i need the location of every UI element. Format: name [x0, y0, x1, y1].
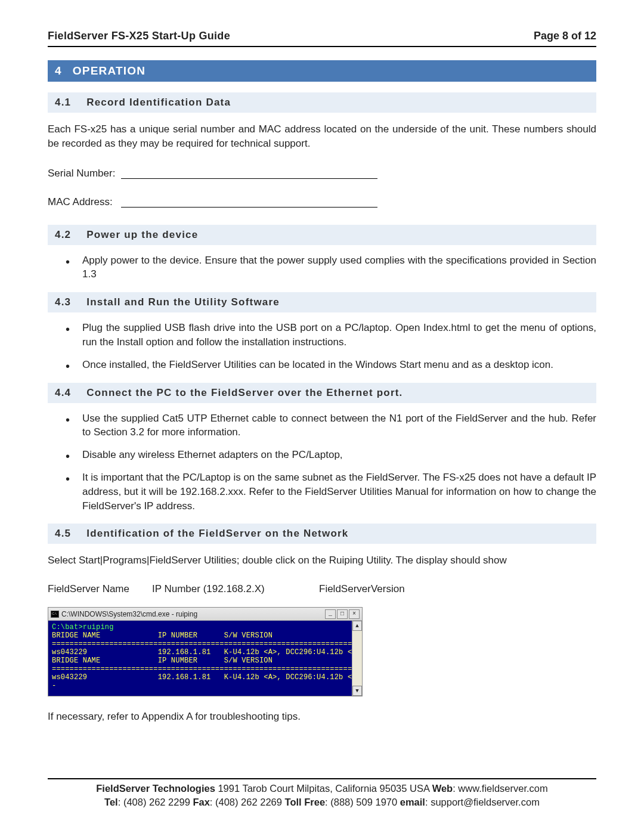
- maximize-button[interactable]: □: [337, 609, 348, 619]
- window-buttons: _ □ ×: [325, 609, 360, 619]
- list-item: Plug the supplied USB flash drive into t…: [66, 321, 596, 349]
- footer-tel-label: Tel: [104, 797, 118, 807]
- cmd-hdr-bridge: BRIDGE NAME: [52, 657, 100, 665]
- footer-web: : www.fieldserver.com: [453, 783, 548, 794]
- footer-address: 1991 Tarob Court Milpitas, California 95…: [215, 783, 432, 794]
- col-fs-version: FieldServerVersion: [319, 583, 405, 595]
- section-title: OPERATION: [73, 64, 145, 78]
- col-fs-name: FieldServer Name: [48, 583, 152, 595]
- subsection-4-4-banner: 4.4 Connect the PC to the FieldServer ov…: [48, 383, 596, 403]
- scroll-up-icon[interactable]: ▲: [352, 621, 362, 631]
- footer-email-label: email: [400, 797, 425, 807]
- list-item: Apply power to the device. Ensure that t…: [66, 253, 596, 282]
- subsection-number: 4.3: [55, 296, 71, 308]
- subsection-title: Identification of the FieldServer on the…: [86, 528, 348, 540]
- cmd-row-name: ws043229: [52, 673, 87, 682]
- list-item: It is important that the PC/Laptop is on…: [66, 470, 596, 513]
- subsection-number: 4.1: [55, 97, 71, 109]
- cmd-hdr-ip: IP NUMBER: [158, 631, 198, 640]
- minimize-button[interactable]: _: [325, 609, 336, 619]
- list-item: Disable any wireless Ethernet adapters o…: [66, 448, 596, 462]
- cmd-output: C:\bat>ruiping BRIDGE NAME IP NUMBER S/W…: [48, 621, 352, 696]
- cmd-scrollbar[interactable]: ▲ ▼: [352, 621, 362, 696]
- s41-paragraph: Each FS-x25 has a unique serial number a…: [48, 122, 596, 151]
- cmd-icon: [51, 611, 59, 618]
- subsection-title: Install and Run the Utility Software: [86, 296, 280, 308]
- cmd-hdr-sv: S/W VERSION: [224, 657, 273, 665]
- section-number: 4: [55, 64, 62, 78]
- doc-title: FieldServer FS-X25 Start-Up Guide: [48, 30, 230, 42]
- cmd-hdr-bridge: BRIDGE NAME: [52, 631, 100, 640]
- page-header: FieldServer FS-X25 Start-Up Guide Page 8…: [48, 30, 596, 42]
- cmd-row-name: ws043229: [52, 648, 87, 657]
- col-ip-number: IP Number (192.168.2.X): [152, 583, 319, 595]
- s45-paragraph: Select Start|Programs|FieldServer Utilit…: [48, 553, 596, 568]
- cmd-row-ver: K-U4.12b <A>, DCC296:U4.12b <A>: [224, 673, 352, 682]
- subsection-title: Power up the device: [86, 229, 198, 241]
- cmd-hdr-ip: IP NUMBER: [158, 657, 198, 665]
- section-4-banner: 4 OPERATION: [48, 60, 596, 82]
- footer-fax: : (408) 262 2269: [210, 797, 285, 807]
- cmd-row-ip: 192.168.1.81: [158, 648, 211, 657]
- mac-label: MAC Address:: [48, 196, 121, 208]
- header-rule: [48, 46, 596, 47]
- serial-blank-line: [121, 178, 377, 179]
- footer-email: : support@fieldserver.com: [425, 797, 540, 807]
- cmd-title: C:\WINDOWS\System32\cmd.exe - ruiping: [61, 610, 197, 618]
- subsection-title: Connect the PC to the FieldServer over t…: [86, 387, 402, 399]
- subsection-4-5-banner: 4.5 Identification of the FieldServer on…: [48, 524, 596, 544]
- cmd-titlebar: C:\WINDOWS\System32\cmd.exe - ruiping _ …: [48, 608, 362, 621]
- subsection-4-2-banner: 4.2 Power up the device: [48, 225, 596, 245]
- cmd-row-ip: 192.168.1.81: [158, 673, 211, 682]
- page-footer: FieldServer Technologies 1991 Tarob Cour…: [48, 778, 596, 809]
- close-button[interactable]: ×: [349, 609, 360, 619]
- subsection-number: 4.2: [55, 229, 71, 241]
- cmd-window: C:\WINDOWS\System32\cmd.exe - ruiping _ …: [48, 607, 363, 696]
- subsection-4-3-banner: 4.3 Install and Run the Utility Software: [48, 292, 596, 312]
- page-number: Page 8 of 12: [534, 30, 596, 42]
- footer-fax-label: Fax: [193, 797, 209, 807]
- subsection-number: 4.5: [55, 528, 71, 540]
- footer-rule: [48, 778, 596, 779]
- footer-company: FieldServer Technologies: [96, 783, 215, 794]
- mac-address-field: MAC Address:: [48, 196, 596, 208]
- footer-web-label: Web: [432, 783, 453, 794]
- fill-in-fields: Serial Number: MAC Address:: [48, 168, 596, 208]
- cmd-cursor: -: [52, 682, 56, 690]
- cmd-hdr-sv: S/W VERSION: [224, 631, 273, 640]
- subsection-number: 4.4: [55, 387, 71, 399]
- footer-tollfree: : (888) 509 1970: [325, 797, 400, 807]
- cmd-body: C:\bat>ruiping BRIDGE NAME IP NUMBER S/W…: [48, 621, 362, 696]
- footer-tollfree-label: Toll Free: [285, 797, 326, 807]
- cmd-prompt-line: C:\bat>ruiping: [52, 623, 114, 631]
- serial-label: Serial Number:: [48, 168, 121, 179]
- subsection-4-1-banner: 4.1 Record Identification Data: [48, 92, 596, 113]
- subsection-title: Record Identification Data: [86, 97, 231, 109]
- scroll-down-icon[interactable]: ▼: [352, 686, 362, 696]
- list-item: Use the supplied Cat5 UTP Ethernet cable…: [66, 411, 596, 440]
- document-page: FieldServer FS-X25 Start-Up Guide Page 8…: [0, 0, 644, 833]
- mac-blank-line: [121, 207, 377, 208]
- footer-text: FieldServer Technologies 1991 Tarob Cour…: [48, 782, 596, 809]
- footer-tel: : (408) 262 2299: [118, 797, 193, 807]
- ruiping-columns: FieldServer Name IP Number (192.168.2.X)…: [48, 583, 596, 595]
- s42-bullets: Apply power to the device. Ensure that t…: [66, 253, 596, 282]
- s44-bullets: Use the supplied Cat5 UTP Ethernet cable…: [66, 411, 596, 513]
- list-item: Once installed, the FieldServer Utilitie…: [66, 358, 596, 372]
- cmd-row-ver: K-U4.12b <A>, DCC296:U4.12b <A>: [224, 648, 352, 657]
- s43-bullets: Plug the supplied USB flash drive into t…: [66, 321, 596, 371]
- serial-number-field: Serial Number:: [48, 168, 596, 179]
- s45-after: If necessary, refer to Appendix A for tr…: [48, 710, 596, 724]
